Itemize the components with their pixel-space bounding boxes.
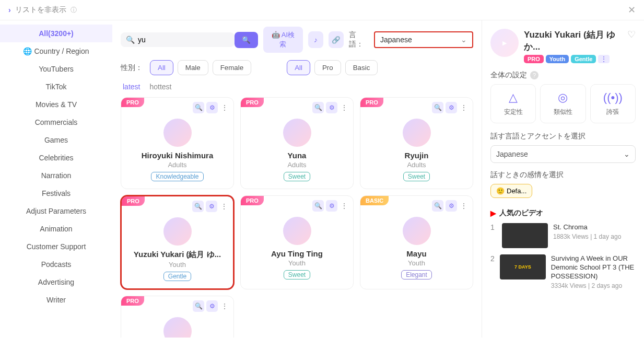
link-button[interactable]: 🔗 [329, 31, 344, 48]
gender-pill[interactable]: Male [178, 60, 208, 75]
sidebar-item[interactable]: YouTubers [0, 60, 112, 78]
detail-language-select[interactable]: Japanese ⌄ [490, 145, 636, 163]
video-meta: 3334k Views | 2 days ago [551, 282, 636, 289]
card-tag: Sweet [284, 270, 310, 279]
youtube-icon: ▶ [490, 209, 496, 217]
main-panel: 🔍 🔍 🤖 AI検索 ♪ 🔗 言語： Japanese ⌄ 性別： AllMal… [112, 20, 482, 337]
voice-option[interactable]: △安定性 [490, 84, 536, 123]
card-settings-icon[interactable]: ⚙ [206, 300, 218, 312]
search-button[interactable]: 🔍 [235, 32, 258, 48]
music-button[interactable]: ♪ [308, 31, 323, 48]
voice-card[interactable]: PRO 🔍 ⚙ ⋮ Hiroyuki Nishimura Adults Know… [121, 97, 234, 189]
voice-card[interactable]: BASIC 🔍 ⚙ ⋮ Mayu Youth Elegant [360, 195, 473, 289]
detail-avatar[interactable] [490, 29, 519, 57]
sidebar-item[interactable]: Advertising [0, 273, 112, 291]
gender-pill[interactable]: All [150, 60, 173, 75]
sidebar-item[interactable]: Celebrities [0, 149, 112, 167]
tier-pill[interactable]: All [287, 60, 310, 75]
language-value: Japanese [380, 36, 412, 44]
card-search-icon[interactable]: 🔍 [432, 102, 443, 113]
sidebar-item[interactable]: Customer Support [0, 238, 112, 255]
card-more-icon[interactable]: ⋮ [220, 103, 229, 112]
sidebar-item[interactable]: Movies & TV [0, 96, 112, 113]
card-age: Adults [247, 161, 347, 169]
video-title: Surviving A Week in OUR Demonic School P… [551, 254, 636, 281]
favorite-icon[interactable]: ♡ [627, 29, 636, 40]
detail-emotion-label: 話すときの感情を選択 [490, 170, 564, 180]
card-settings-icon[interactable]: ⚙ [446, 200, 457, 212]
sidebar-item[interactable]: Podcasts [0, 255, 112, 273]
gender-pill[interactable]: Female [213, 60, 251, 75]
voice-card[interactable]: PRO 🔍 ⚙ ⋮ Ayu Ting Ting Youth Sweet [240, 195, 354, 289]
sidebar-item[interactable]: All(3200+) [0, 25, 112, 42]
voice-card[interactable]: PRO 🔍 ⚙ ⋮ Yuna Adults Sweet [240, 97, 354, 189]
video-thumbnail [502, 223, 548, 248]
overall-label: 全体の設定 [490, 71, 527, 80]
card-age: Youth [128, 261, 227, 269]
detail-badge: PRO [524, 55, 544, 63]
sort-hottest[interactable]: hottest [149, 83, 171, 91]
card-search-icon[interactable]: 🔍 [193, 300, 204, 312]
card-search-icon[interactable]: 🔍 [193, 102, 204, 113]
avatar [403, 119, 431, 147]
sidebar-item[interactable]: TikTok [0, 78, 112, 96]
close-icon[interactable]: ✕ [628, 4, 636, 16]
voice-card[interactable]: PRO 🔍 ⚙ ⋮ Yuzuki Yukari (結月 ゆ... Youth G… [121, 195, 234, 289]
card-search-icon[interactable]: 🔍 [312, 200, 324, 212]
language-select[interactable]: Japanese ⌄ [374, 31, 473, 48]
option-label: 類似性 [543, 108, 583, 116]
tier-badge: PRO [122, 196, 145, 206]
emotion-default-button[interactable]: 🙂 Defa... [490, 184, 532, 198]
search-input[interactable] [138, 36, 229, 44]
detail-more-icon[interactable]: ⋮ [598, 55, 610, 63]
sidebar-item[interactable]: Animation [0, 220, 112, 238]
video-rank: 2 [490, 254, 495, 263]
card-settings-icon[interactable]: ⚙ [446, 102, 457, 113]
voice-card[interactable]: PRO 🔍 ⚙ ⋮ Ryujin Adults Sweet [360, 97, 473, 189]
card-age: Youth [247, 259, 347, 267]
sidebar-item[interactable]: Games [0, 131, 112, 149]
help-icon[interactable]: ? [530, 71, 538, 79]
card-more-icon[interactable]: ⋮ [459, 202, 469, 210]
tier-badge: PRO [241, 98, 264, 107]
sidebar-item[interactable]: Commercials [0, 113, 112, 131]
voice-card[interactable]: PRO 🔍 ⚙ ⋮ Taehyung(V) Youth [121, 296, 234, 337]
voice-option[interactable]: ◎類似性 [540, 84, 586, 123]
video-rank: 1 [490, 223, 497, 231]
ai-search-button[interactable]: 🤖 AI検索 [263, 27, 303, 53]
collapse-chevron[interactable]: › [8, 6, 11, 14]
card-search-icon[interactable]: 🔍 [312, 102, 324, 113]
card-settings-icon[interactable]: ⚙ [326, 102, 337, 113]
card-more-icon[interactable]: ⋮ [219, 202, 229, 211]
sidebar-item[interactable]: 🌐Country / Region [0, 42, 112, 60]
option-icon: ((•)) [593, 91, 633, 104]
card-more-icon[interactable]: ⋮ [339, 103, 349, 112]
tier-pill[interactable]: Pro [314, 60, 341, 75]
voice-option[interactable]: ((•))誇張 [590, 84, 636, 123]
detail-language-value: Japanese [496, 150, 528, 158]
card-settings-icon[interactable]: ⚙ [206, 201, 217, 212]
video-item[interactable]: 1 St. Chroma 1883k Views | 1 day ago [490, 223, 636, 248]
tier-pill[interactable]: Basic [345, 60, 378, 75]
sidebar: All(3200+)🌐Country / RegionYouTubersTikT… [0, 20, 112, 337]
avatar [283, 119, 311, 147]
option-icon: △ [493, 91, 533, 104]
info-icon[interactable]: ⓘ [71, 6, 77, 15]
card-name: Hiroyuki Nishimura [127, 151, 227, 160]
card-more-icon[interactable]: ⋮ [220, 302, 229, 310]
sidebar-item[interactable]: Writer [0, 291, 112, 309]
card-more-icon[interactable]: ⋮ [459, 103, 469, 112]
video-item[interactable]: 2 7 DAYS Surviving A Week in OUR Demonic… [490, 254, 636, 289]
card-search-icon[interactable]: 🔍 [192, 201, 204, 212]
sidebar-item[interactable]: Adjust Parameters [0, 202, 112, 220]
card-age: Adults [367, 161, 466, 169]
card-search-icon[interactable]: 🔍 [432, 200, 443, 212]
sort-latest[interactable]: latest [123, 83, 140, 91]
card-tag: Gentle [163, 272, 191, 281]
search-box[interactable]: 🔍 [121, 32, 235, 47]
sidebar-item[interactable]: Narration [0, 167, 112, 184]
card-settings-icon[interactable]: ⚙ [326, 200, 337, 212]
sidebar-item[interactable]: Festivals [0, 184, 112, 202]
card-more-icon[interactable]: ⋮ [339, 202, 349, 210]
card-settings-icon[interactable]: ⚙ [206, 102, 218, 113]
